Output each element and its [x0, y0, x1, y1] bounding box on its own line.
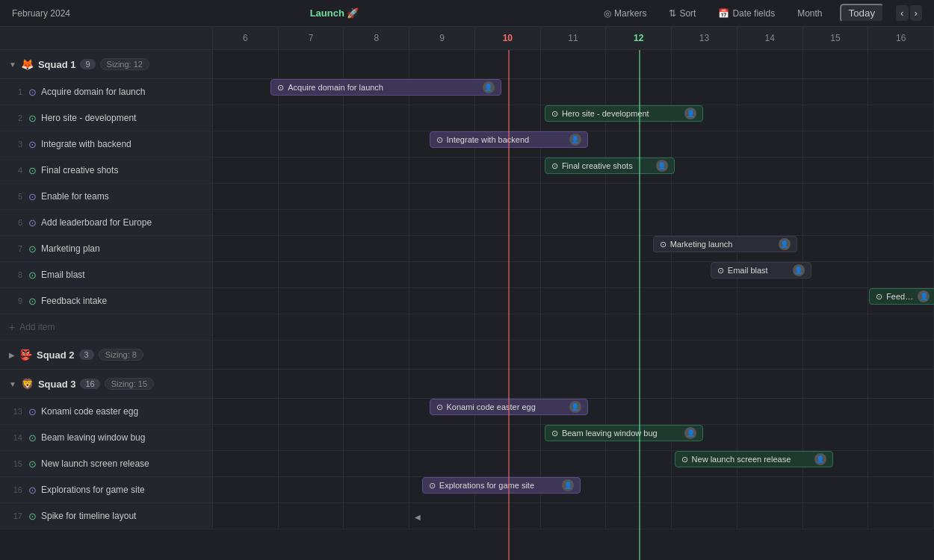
- status-icon-17: ⊙: [28, 511, 37, 522]
- date-col-15: 15: [803, 27, 869, 49]
- status-icon-9: ⊙: [28, 296, 37, 307]
- launch-label: Launch 🚀: [310, 7, 359, 19]
- task-avatar: 👤: [793, 264, 805, 276]
- status-icon-1: ⊙: [28, 87, 37, 98]
- taskbar-icon: ⊙: [551, 109, 558, 119]
- status-icon-5: ⊙: [28, 191, 37, 202]
- squad3-row-15-timeline: ⊙ New launch screen release 👤: [213, 451, 934, 476]
- squad3-header-left[interactable]: ▼ 🦁 Squad 3 16 Sizing: 15: [0, 370, 213, 398]
- scroll-body[interactable]: ▼ 🦊 Squad 1 9 Sizing: 12: [0, 50, 934, 560]
- squad2-emoji: 👺: [19, 349, 32, 361]
- squad1-count: 9: [80, 59, 95, 69]
- add-item-label: Add item: [19, 322, 55, 332]
- taskbar-icon: ⊙: [436, 402, 443, 412]
- task-avatar: 👤: [656, 160, 668, 172]
- squad3-row-16: 16 ⊙ Explorations for game site ⊙ Explor…: [0, 477, 934, 503]
- sidebar-header-cell: [0, 27, 213, 49]
- task-avatar: 👤: [684, 108, 696, 119]
- squad3-item-13-cell: 13 ⊙ Konami code easter egg: [0, 399, 213, 424]
- squad1-item-4-label: Final creative shots: [41, 165, 118, 175]
- status-icon-8: ⊙: [28, 270, 37, 281]
- taskbar-icon: ⊙: [277, 83, 284, 93]
- squad1-row-2: 2 ⊙ Hero site - development ⊙ Hero site …: [0, 105, 934, 131]
- taskbar-konami[interactable]: ⊙ Konami code easter egg 👤: [430, 399, 588, 415]
- status-icon-14: ⊙: [28, 432, 37, 444]
- squad1-item-7-label: Marketing plan: [41, 243, 100, 254]
- squad2-name: Squad 2: [37, 349, 75, 361]
- squad1-header-grid: [213, 50, 934, 78]
- sort-button[interactable]: ⇅ Sort: [664, 6, 701, 21]
- taskbar-email-blast[interactable]: ⊙ Email blast 👤: [711, 262, 811, 279]
- squad1-add-item-row[interactable]: + Add item: [0, 314, 934, 340]
- taskbar-acquire-domain[interactable]: ⊙ Acquire domain for launch 👤: [270, 79, 501, 96]
- taskbar-explorations[interactable]: ⊙ Explorations for game site 👤: [422, 477, 581, 494]
- taskbar-hero-site[interactable]: ⊙ Hero site - development 👤: [545, 105, 703, 122]
- squad1-row-3: 3 ⊙ Integrate with backend ⊙ Integrate w…: [0, 131, 934, 158]
- squad1-item-4-cell: 4 ⊙ Final creative shots: [0, 158, 213, 183]
- taskbar-icon: ⊙: [681, 455, 688, 464]
- date-header: 6 7 8 9 10 11 12 13 14 15 16: [0, 27, 934, 50]
- marker-icon: ◎: [604, 8, 611, 19]
- today-button[interactable]: Today: [840, 4, 885, 22]
- squad3-row-13: 13 ⊙ Konami code easter egg ⊙ Konami cod…: [0, 399, 934, 425]
- date-col-7: 7: [279, 27, 344, 49]
- taskbar-final-creative[interactable]: ⊙ Final creative shots 👤: [545, 158, 675, 174]
- launch-text: Launch 🚀: [310, 7, 359, 19]
- taskbar-icon: ⊙: [436, 135, 443, 145]
- taskbar-icon: ⊙: [551, 429, 558, 438]
- next-arrow[interactable]: ›: [910, 5, 922, 21]
- squad1-item-3-label: Integrate with backend: [41, 139, 132, 149]
- task-avatar: 👤: [569, 401, 581, 413]
- markers-button[interactable]: ◎ Markers: [599, 6, 652, 21]
- squad3-row-16-timeline: ⊙ Explorations for game site 👤: [213, 477, 934, 503]
- sort-icon: ⇅: [669, 8, 676, 19]
- squad1-item-1-label: Acquire domain for launch: [41, 87, 145, 97]
- squad1-item-7-cell: 7 ⊙ Marketing plan: [0, 236, 213, 261]
- taskbar-integrate-backend[interactable]: ⊙ Integrate with backend 👤: [430, 131, 588, 148]
- squad3-item-13-label: Konami code easter egg: [41, 406, 138, 417]
- squad1-item-6-label: Add leaderboard for Europe: [41, 217, 152, 228]
- taskbar-feedback-intake[interactable]: ⊙ Feedback intake 👤: [869, 288, 934, 305]
- squad1-item-5-label: Enable for teams: [41, 191, 109, 202]
- squad1-row-5-timeline: [213, 184, 934, 209]
- date-col-16: 16: [868, 27, 934, 49]
- taskbar-new-launch-screen[interactable]: ⊙ New launch screen release 👤: [675, 451, 833, 467]
- taskbar-marketing-launch[interactable]: ⊙ Marketing launch 👤: [653, 236, 797, 252]
- squad2-chevron: ▶: [9, 351, 15, 359]
- squad1-sizing: Sizing: 12: [100, 58, 149, 70]
- taskbar-beam-bug[interactable]: ⊙ Beam leaving window bug 👤: [545, 425, 703, 441]
- squad1-row-9: 9 ⊙ Feedback intake ⊙ Feedback intake 👤: [0, 288, 934, 314]
- squad2-group-header[interactable]: ▶ 👺 Squad 2 3 Sizing: 8: [0, 340, 934, 370]
- date-fields-button[interactable]: 📅 Date fields: [713, 6, 780, 21]
- squad1-group-header[interactable]: ▼ 🦊 Squad 1 9 Sizing: 12: [0, 50, 934, 79]
- squad1-add-item-cell[interactable]: + Add item: [0, 314, 213, 340]
- task-avatar: 👤: [562, 479, 574, 491]
- status-icon-7: ⊙: [28, 243, 37, 255]
- squad1-row-6: 6 ⊙ Add leaderboard for Europe: [0, 210, 934, 236]
- squad3-chevron: ▼: [9, 380, 16, 388]
- squad3-header-right: [213, 370, 934, 398]
- squad3-sizing: Sizing: 15: [105, 378, 154, 390]
- squad3-count: 16: [80, 379, 99, 389]
- squad3-name: Squad 3: [38, 379, 76, 390]
- squad3-row-17: 17 ⊙ Spike for timeline layout ◀: [0, 503, 934, 529]
- squad3-row-14: 14 ⊙ Beam leaving window bug ⊙ Beam leav…: [0, 425, 934, 451]
- header-controls: ◎ Markers ⇅ Sort 📅 Date fields Month Tod…: [599, 4, 922, 22]
- squad1-row-8: 8 ⊙ Email blast ⊙ Email blast 👤: [0, 262, 934, 288]
- squad1-name: Squad 1: [38, 59, 76, 70]
- squad1-header-left[interactable]: ▼ 🦊 Squad 1 9 Sizing: 12: [0, 50, 213, 78]
- date-strip: 6 7 8 9 10 11 12 13 14 15 16: [213, 27, 934, 49]
- month-button[interactable]: Month: [792, 6, 827, 21]
- status-icon-4: ⊙: [28, 165, 37, 176]
- taskbar-icon: ⊙: [429, 481, 436, 491]
- spike-arrow-indicator: ◀: [415, 511, 421, 522]
- add-icon: +: [9, 321, 15, 333]
- squad3-group-header[interactable]: ▼ 🦁 Squad 3 16 Sizing: 15: [0, 370, 934, 399]
- squad3-item-14-cell: 14 ⊙ Beam leaving window bug: [0, 425, 213, 450]
- squad1-header-right: [213, 50, 934, 78]
- main-layout: 6 7 8 9 10 11 12 13 14 15 16 ▼ 🦊 Squad 1…: [0, 27, 934, 560]
- date-col-9: 9: [409, 27, 475, 49]
- squad1-item-9-label: Feedback intake: [41, 296, 107, 306]
- squad2-header-left[interactable]: ▶ 👺 Squad 2 3 Sizing: 8: [0, 340, 213, 369]
- prev-arrow[interactable]: ‹: [896, 5, 908, 21]
